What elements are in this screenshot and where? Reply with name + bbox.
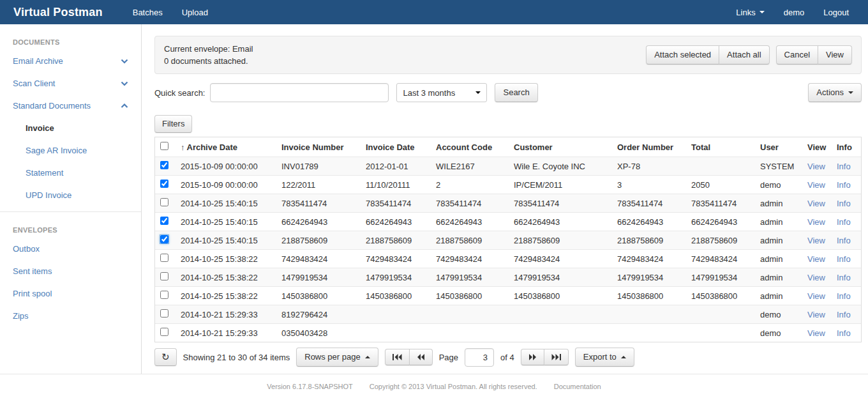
column-archive-date[interactable]: ↑Archive Date bbox=[176, 137, 276, 157]
view-link[interactable]: View bbox=[807, 291, 825, 301]
cell-invoice-date: 11/10/20111 bbox=[361, 176, 431, 194]
sidebar-item-sage-ar-invoice[interactable]: Sage AR Invoice bbox=[0, 139, 141, 162]
column-customer[interactable]: Customer bbox=[509, 137, 612, 157]
row-checkbox[interactable] bbox=[160, 180, 168, 188]
sidebar-section-envelopes: ENVELOPES bbox=[0, 217, 141, 238]
info-link[interactable]: Info bbox=[837, 236, 851, 245]
row-checkbox[interactable] bbox=[160, 198, 168, 206]
sidebar-item-outbox[interactable]: Outbox bbox=[0, 238, 141, 260]
nav-item-user-demo[interactable]: demo bbox=[774, 8, 814, 17]
cell-user: admin bbox=[755, 287, 802, 305]
sidebar-item-invoice[interactable]: Invoice bbox=[0, 117, 141, 139]
view-link[interactable]: View bbox=[807, 180, 825, 190]
view-link[interactable]: View bbox=[807, 162, 825, 171]
cell-invoice-number: 2188758609 bbox=[276, 231, 361, 250]
info-link[interactable]: Info bbox=[837, 180, 851, 190]
sidebar-item-upd-invoice[interactable]: UPD Invoice bbox=[0, 184, 141, 206]
info-link[interactable]: Info bbox=[837, 199, 851, 208]
showing-items-text: Showing 21 to 30 of 34 items bbox=[183, 353, 290, 362]
nav-item-logout[interactable]: Logout bbox=[814, 8, 858, 17]
previous-page-button[interactable] bbox=[409, 349, 433, 365]
view-link[interactable]: View bbox=[807, 328, 825, 338]
row-checkbox[interactable] bbox=[160, 254, 168, 262]
cell-order-number bbox=[612, 324, 686, 342]
date-range-select[interactable]: Last 3 months bbox=[396, 83, 487, 102]
cell-total bbox=[686, 324, 755, 342]
sidebar-item-print-spool[interactable]: Print spool bbox=[0, 282, 141, 305]
documentation-link[interactable]: Documentation bbox=[554, 383, 601, 390]
view-button[interactable]: View bbox=[818, 45, 852, 65]
cell-user: admin bbox=[755, 268, 802, 287]
table-row: 2015-10-09 00:00:00 INV01789 2012-01-01 … bbox=[155, 157, 861, 176]
info-link[interactable]: Info bbox=[837, 254, 851, 264]
row-checkbox[interactable] bbox=[160, 272, 168, 280]
row-checkbox[interactable] bbox=[160, 291, 168, 299]
last-page-button[interactable] bbox=[544, 349, 569, 365]
row-checkbox[interactable] bbox=[160, 235, 168, 243]
first-page-button[interactable] bbox=[385, 349, 410, 365]
sidebar-item-scan-client[interactable]: Scan Client bbox=[0, 72, 141, 95]
cell-archive-date: 2014-10-25 15:40:15 bbox=[176, 194, 276, 213]
sidebar-section-documents: DOCUMENTS bbox=[0, 29, 141, 50]
row-checkbox[interactable] bbox=[160, 217, 168, 225]
column-invoice-number[interactable]: Invoice Number bbox=[276, 137, 361, 157]
rows-per-page-label: Rows per page bbox=[304, 351, 360, 363]
info-link[interactable]: Info bbox=[837, 162, 851, 171]
page-number-input[interactable] bbox=[465, 348, 494, 367]
column-invoice-date[interactable]: Invoice Date bbox=[361, 137, 431, 157]
column-order-number[interactable]: Order Number bbox=[612, 137, 686, 157]
copyright-text: Copyright © 2013 Virtual Postman. All ri… bbox=[370, 383, 537, 390]
cell-archive-date: 2015-10-09 00:00:00 bbox=[176, 157, 276, 176]
column-account-code[interactable]: Account Code bbox=[431, 137, 509, 157]
next-page-button[interactable] bbox=[521, 349, 544, 365]
nav-item-upload[interactable]: Upload bbox=[172, 8, 218, 17]
actions-label: Actions bbox=[816, 87, 844, 98]
row-checkbox[interactable] bbox=[160, 161, 168, 169]
cell-invoice-number: INV01789 bbox=[276, 157, 361, 176]
sidebar-item-email-archive[interactable]: Email Archive bbox=[0, 50, 141, 72]
export-to-button[interactable]: Export to bbox=[575, 348, 634, 367]
rows-per-page-button[interactable]: Rows per page bbox=[296, 348, 378, 367]
cell-customer: Wile E. Coyote INC bbox=[509, 157, 612, 176]
nav-item-links[interactable]: Links bbox=[726, 8, 774, 17]
cell-user: demo bbox=[755, 176, 802, 194]
cancel-button[interactable]: Cancel bbox=[776, 45, 818, 65]
cell-customer: 7429483424 bbox=[509, 250, 612, 268]
column-total[interactable]: Total bbox=[686, 137, 755, 157]
attach-all-button[interactable]: Attach all bbox=[719, 45, 769, 65]
info-link[interactable]: Info bbox=[837, 310, 851, 319]
quick-search-input[interactable] bbox=[210, 83, 389, 102]
refresh-button[interactable]: ↻ bbox=[154, 348, 177, 366]
view-link[interactable]: View bbox=[807, 254, 825, 264]
view-link[interactable]: View bbox=[807, 236, 825, 245]
info-link[interactable]: Info bbox=[837, 291, 851, 301]
row-checkbox[interactable] bbox=[160, 309, 168, 318]
sidebar-item-sent-items[interactable]: Sent items bbox=[0, 260, 141, 282]
view-link[interactable]: View bbox=[807, 310, 825, 319]
actions-button[interactable]: Actions bbox=[808, 83, 862, 102]
filters-button[interactable]: Filters bbox=[154, 115, 192, 133]
brand-title[interactable]: Virtual Postman bbox=[13, 6, 103, 19]
info-link[interactable]: Info bbox=[837, 328, 851, 338]
cell-archive-date: 2014-10-25 15:38:22 bbox=[176, 268, 276, 287]
column-user[interactable]: User bbox=[755, 137, 802, 157]
view-link[interactable]: View bbox=[807, 273, 825, 282]
info-link[interactable]: Info bbox=[837, 217, 851, 227]
sort-asc-icon: ↑ bbox=[181, 142, 185, 152]
nav-item-batches[interactable]: Batches bbox=[123, 8, 172, 17]
search-button[interactable]: Search bbox=[495, 83, 537, 102]
row-checkbox[interactable] bbox=[160, 328, 168, 336]
caret-down-icon bbox=[760, 11, 765, 13]
sidebar-item-statement[interactable]: Statement bbox=[0, 162, 141, 184]
view-link[interactable]: View bbox=[807, 217, 825, 227]
cell-customer: 1479919534 bbox=[509, 268, 612, 287]
view-link[interactable]: View bbox=[807, 199, 825, 208]
select-all-checkbox[interactable] bbox=[160, 142, 168, 150]
info-link[interactable]: Info bbox=[837, 273, 851, 282]
cell-total: 7429483424 bbox=[686, 250, 755, 268]
attach-selected-button[interactable]: Attach selected bbox=[646, 45, 719, 65]
page-label: Page bbox=[439, 353, 458, 362]
sidebar-item-zips[interactable]: Zips bbox=[0, 305, 141, 327]
cell-total: 6624264943 bbox=[686, 213, 755, 231]
sidebar-item-standard-documents[interactable]: Standard Documents bbox=[0, 95, 141, 117]
